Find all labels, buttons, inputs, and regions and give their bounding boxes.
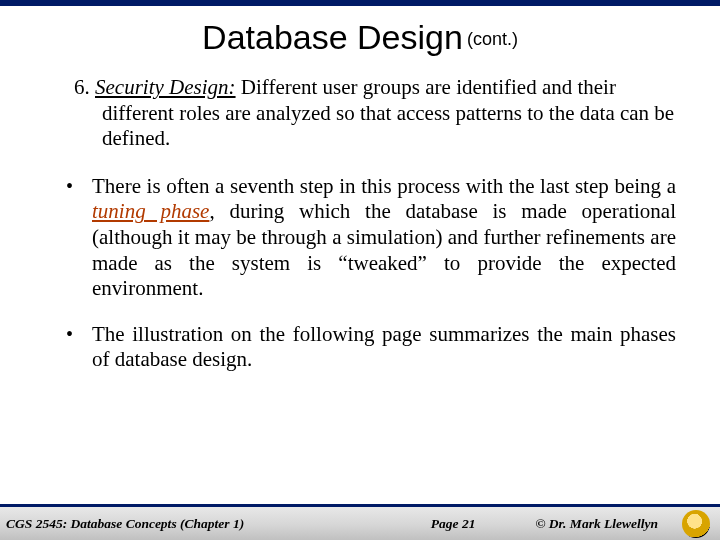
ucf-logo-icon bbox=[682, 510, 710, 538]
list-item: There is often a seventh step in this pr… bbox=[72, 174, 676, 302]
slide: Database Design (cont.) 6. Security Desi… bbox=[0, 0, 720, 540]
bullet-pre: There is often a seventh step in this pr… bbox=[92, 174, 676, 198]
footer-bar: CGS 2545: Database Concepts (Chapter 1) … bbox=[0, 504, 720, 540]
slide-title: Database Design bbox=[202, 18, 463, 56]
item-number: 6. bbox=[74, 75, 90, 99]
footer-course: CGS 2545: Database Concepts (Chapter 1) bbox=[6, 516, 244, 532]
slide-title-cont: (cont.) bbox=[467, 29, 518, 49]
slide-body: 6. Security Design: Different user group… bbox=[0, 57, 720, 373]
list-item: The illustration on the following page s… bbox=[72, 322, 676, 373]
tuning-phase-em: tuning phase bbox=[92, 199, 209, 223]
footer-page: Page 21 bbox=[431, 516, 476, 532]
security-design-label: Security Design: bbox=[95, 75, 236, 99]
bullet-pre: The illustration on the following page s… bbox=[92, 322, 676, 372]
slide-title-wrap: Database Design (cont.) bbox=[0, 18, 720, 57]
numbered-item: 6. Security Design: Different user group… bbox=[44, 75, 676, 152]
bullet-list: There is often a seventh step in this pr… bbox=[44, 174, 676, 373]
footer-author: © Dr. Mark Llewellyn bbox=[535, 516, 658, 532]
